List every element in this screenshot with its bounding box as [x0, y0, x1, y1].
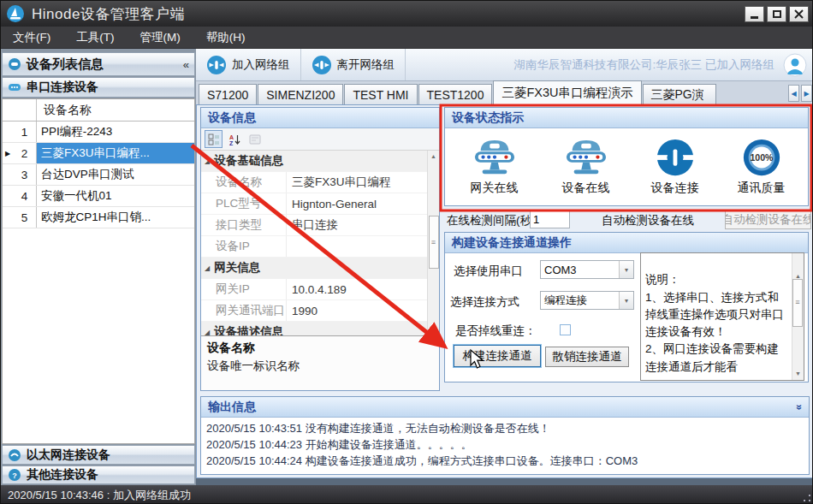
output-panel-header: 输出信息 « — [201, 397, 809, 418]
scroll-up-icon[interactable]: ▲ — [430, 151, 436, 162]
menu-tools[interactable]: 工具(T) — [76, 30, 114, 45]
pg-category-basic[interactable]: ◢ 设备基础信息 — [201, 151, 427, 172]
resize-grip[interactable] — [803, 494, 811, 502]
tab-test1200[interactable]: TEST1200 — [418, 84, 493, 104]
pg-category-gateway[interactable]: ◢ 网关信息 — [201, 258, 427, 279]
tab-mitsubishi-fx3u[interactable]: 三菱FX3U串口编程演示 — [493, 80, 641, 104]
sidebar-section-serial[interactable]: 串口连接设备 — [2, 77, 195, 98]
combo-dropdown-icon[interactable]: ▾ — [619, 261, 633, 278]
column-device-name: 设备名称 — [37, 103, 92, 118]
device-status-header: 设备状态指示 — [445, 108, 808, 128]
leave-network-icon — [312, 55, 332, 75]
device-row[interactable]: 1 PPI编程-2243 — [3, 122, 194, 143]
device-status-panel: 设备状态指示 网关在线 — [444, 107, 809, 206]
pg-row-gateway-port[interactable]: 网关通讯端口 1990 — [201, 300, 427, 322]
join-network-button[interactable]: 加入网络组 — [196, 49, 301, 80]
reconnect-label: 是否掉线重连： — [455, 323, 537, 339]
auto-detect-button: 自动检测设备在线 — [725, 210, 811, 229]
tab-page: 设备信息 A Z — [196, 105, 813, 478]
log-line: 2020/5/15 10:44:24 构建设备连接通道成功，编程方式连接串口设备… — [206, 453, 804, 469]
leave-network-button[interactable]: 离开网络组 — [301, 49, 406, 80]
pg-row-device-name[interactable]: 设备名称 三菱FX3U串口编程 — [201, 172, 427, 193]
tab-scroll-left-icon[interactable]: ◀ — [788, 85, 799, 102]
comm-quality-value: 100% — [750, 152, 774, 163]
sidebar-header[interactable]: 设备列表信息 « — [2, 52, 195, 76]
title-bar: Hinode设备管理客户端 — [1, 1, 813, 27]
device-row[interactable]: 3 台达DVP串口测试 — [3, 164, 194, 186]
collapse-sidebar-icon[interactable]: « — [183, 58, 189, 71]
pg-row-device-ip[interactable]: 设备IP — [201, 236, 427, 258]
channel-panel-header: 构建设备连接通道操作 — [445, 233, 808, 253]
status-bar-text: 2020/5/15 10:43:46 : 加入网络组成功 — [8, 488, 191, 503]
scroll-down-icon[interactable]: ▼ — [430, 324, 436, 335]
property-grid-toolbar: A Z — [201, 128, 439, 151]
window-title: Hinode设备管理客户端 — [32, 4, 185, 24]
property-grid-scrollbar[interactable]: ▲ ≡ ▼ — [427, 151, 439, 335]
maximize-button[interactable] — [767, 6, 786, 22]
property-description-box: 设备名称 设备唯一标识名称 — [201, 335, 439, 390]
build-channel-button[interactable]: 构建连接通道 — [454, 345, 541, 367]
category-expand-icon: ◢ — [201, 329, 214, 336]
device-table-header: 设备名称 — [3, 99, 194, 122]
scroll-thumb[interactable]: ≡ — [429, 216, 439, 269]
connect-mode-combo[interactable]: 编程连接 ▾ — [540, 291, 634, 310]
pg-category-description[interactable]: ◢ 设备描述信息 — [201, 322, 427, 335]
tab-simenzi200[interactable]: SIMENZI200 — [258, 84, 343, 104]
tab-strip: S71200 SIMENZI200 TEST HMI TEST1200 三菱FX… — [196, 81, 813, 105]
menu-bar: 文件(F) 工具(T) 管理(M) 帮助(H) — [1, 27, 813, 49]
tab-s71200[interactable]: S71200 — [199, 84, 257, 104]
sidebar-section-ethernet[interactable]: 以太网连接设备 — [2, 445, 195, 465]
other-device-icon: ? — [8, 468, 21, 482]
device-row-selected[interactable]: ▶ 2 三菱FX3U串口编程... — [3, 143, 194, 164]
pg-row-interface-type[interactable]: 接口类型 串口连接 — [201, 215, 427, 236]
connect-mode-label: 选择连接方式 — [450, 294, 519, 310]
reconnect-checkbox[interactable] — [560, 324, 571, 335]
category-expand-icon: ◢ — [201, 157, 214, 165]
status-device-online: 设备在线 — [560, 138, 613, 196]
comm-quality-icon: 100% — [740, 138, 783, 179]
tab-test-hmi[interactable]: TEST HMI — [344, 84, 417, 104]
scroll-down-icon[interactable]: ▼ — [792, 369, 804, 380]
status-gateway-online: 网关在线 — [468, 138, 521, 196]
svg-text:?: ? — [12, 471, 17, 480]
device-info-panel: 设备信息 A Z — [200, 107, 440, 391]
pg-row-gateway-ip[interactable]: 网关IP 10.0.4.189 — [201, 279, 427, 300]
close-button[interactable] — [789, 6, 809, 22]
destroy-channel-button[interactable]: 散销连接通道 — [545, 347, 629, 367]
scroll-thumb[interactable]: ≡ — [792, 279, 803, 327]
combo-dropdown-icon[interactable]: ▾ — [619, 292, 633, 309]
user-avatar-icon[interactable] — [783, 53, 807, 77]
property-pages-button — [246, 130, 264, 148]
detect-interval-input[interactable] — [530, 210, 570, 228]
minimize-icon — [751, 16, 758, 19]
note-scrollbar[interactable]: ▲ ≡ ▼ — [792, 253, 804, 380]
online-detect-row: 在线检测间隔(秒 自动检测设备在线 自动检测设备在线 — [444, 210, 812, 230]
device-row[interactable]: 5 欧姆龙CP1H串口销... — [3, 207, 194, 228]
property-pages-icon — [249, 133, 261, 145]
property-description-title: 设备名称 — [207, 341, 255, 354]
status-bar: 2020/5/15 10:43:46 : 加入网络组成功 — [1, 485, 813, 504]
menu-help[interactable]: 帮助(H) — [206, 30, 246, 45]
property-grid: ◢ 设备基础信息 设备名称 三菱FX3U串口编程 PLC型号 Hignton-G… — [201, 151, 439, 335]
collapse-output-icon[interactable]: « — [793, 404, 805, 410]
tab-scroll-right-icon[interactable]: ▶ — [801, 85, 812, 102]
property-description-text: 设备唯一标识名称 — [207, 359, 433, 374]
categorized-view-button[interactable] — [205, 130, 223, 148]
menu-manage[interactable]: 管理(M) — [140, 30, 181, 45]
maximize-icon — [773, 10, 781, 18]
device-table: 设备名称 1 PPI编程-2243 ▶ 2 三菱FX3U串口编程... 3 台达… — [2, 98, 195, 444]
sidebar-section-other[interactable]: ? 其他连接设备 — [2, 465, 195, 484]
gateway-online-icon — [468, 138, 521, 179]
status-comm-quality: 100% 通讯质量 — [738, 138, 786, 196]
alphabetical-sort-button[interactable]: A Z — [225, 130, 243, 148]
join-network-icon — [206, 55, 227, 75]
minimize-button[interactable] — [745, 6, 764, 22]
svg-text:Z: Z — [229, 139, 234, 145]
menu-file[interactable]: 文件(F) — [13, 30, 50, 45]
serial-port-combo[interactable]: COM3 ▾ — [540, 260, 634, 279]
pg-row-plc-model[interactable]: PLC型号 Hignton-General — [201, 193, 427, 215]
tab-mitsubishi-pg[interactable]: 三菱PG演 — [643, 84, 716, 104]
device-list-icon — [8, 57, 21, 71]
device-row[interactable]: 4 安徽一代机01 — [3, 186, 194, 207]
status-device-connected: 设备连接 — [651, 138, 699, 196]
